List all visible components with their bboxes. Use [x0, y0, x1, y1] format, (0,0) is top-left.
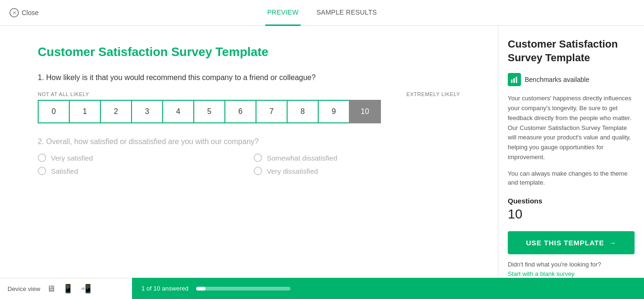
q1-label: How likely is it that you would recommen… [46, 73, 316, 81]
svg-rect-0 [511, 80, 512, 83]
close-button[interactable]: ✕ Close [9, 8, 39, 17]
not-found-text: Didn't find what you're looking for? [508, 261, 635, 268]
svg-rect-2 [516, 77, 517, 83]
use-template-label: USE THIS TEMPLATE [526, 239, 604, 247]
q2-number: 2. [38, 137, 46, 145]
preview-area: Customer Satisfaction Survey Template 1.… [0, 26, 498, 278]
radio-circle-1 [38, 154, 46, 162]
sidebar-description: Your customers' happiness directly influ… [508, 94, 635, 162]
radio-label-1: Very satisfied [51, 154, 93, 162]
scale-8[interactable]: 8 [287, 100, 319, 123]
radio-label-3: Satisfied [51, 167, 78, 175]
q2-label: Overall, how satisfied or dissatisfied a… [46, 137, 259, 145]
benchmark-badge: Benchmarks available [508, 73, 635, 86]
tablet-icon[interactable]: 📱 [62, 283, 74, 295]
tabs: PREVIEW SAMPLE RESULTS [265, 0, 379, 26]
use-template-button[interactable]: USE THIS TEMPLATE → [508, 231, 635, 254]
progress-panel: 1 of 10 answered [132, 278, 644, 299]
progress-track [196, 287, 290, 291]
scale-max-label: EXTREMELY LIKELY [406, 91, 460, 97]
sidebar: Customer Satisfaction Survey Template Be… [498, 26, 644, 278]
device-label: Device view [8, 285, 40, 292]
survey-title: Customer Satisfaction Survey Template [38, 45, 460, 59]
svg-rect-1 [513, 78, 515, 83]
scale-3[interactable]: 3 [131, 100, 163, 123]
radio-options: Very satisfied Somewhat dissatisfied Sat… [38, 154, 460, 175]
scale-labels: NOT AT ALL LIKELY EXTREMELY LIKELY [38, 91, 460, 97]
arrow-icon: → [609, 239, 617, 247]
tab-sample-results[interactable]: SAMPLE RESULTS [314, 0, 379, 26]
radio-somewhat-dissatisfied[interactable]: Somewhat dissatisfied [254, 154, 460, 162]
main-layout: Customer Satisfaction Survey Template 1.… [0, 26, 644, 278]
sidebar-title: Customer Satisfaction Survey Template [508, 38, 635, 65]
questions-count: 10 [508, 207, 635, 222]
radio-circle-4 [254, 167, 262, 175]
sidebar-note: You can always make changes to the theme… [508, 169, 635, 187]
bottom-section: Device view 🖥 📱 📲 1 of 10 answered [0, 278, 644, 299]
q1-number: 1. [38, 73, 46, 81]
scale-0[interactable]: 0 [38, 100, 70, 123]
scale-9[interactable]: 9 [318, 100, 350, 123]
answered-text: 1 of 10 answered [141, 285, 189, 292]
scale-2[interactable]: 2 [100, 100, 132, 123]
radio-label-4: Very dissatisfied [267, 167, 318, 175]
close-label: Close [22, 9, 39, 16]
mobile-icon[interactable]: 📲 [80, 283, 92, 295]
blank-survey-link[interactable]: Start with a blank survey [508, 270, 575, 277]
scale-7[interactable]: 7 [256, 100, 288, 123]
radio-very-satisfied[interactable]: Very satisfied [38, 154, 244, 162]
scale-min-label: NOT AT ALL LIKELY [38, 91, 89, 97]
questions-label: Questions [508, 197, 635, 205]
radio-circle-3 [38, 167, 46, 175]
benchmark-text: Benchmarks available [525, 76, 589, 83]
question-2-text: 2. Overall, how satisfied or dissatisfie… [38, 137, 460, 146]
radio-satisfied[interactable]: Satisfied [38, 167, 244, 175]
radio-label-2: Somewhat dissatisfied [267, 154, 337, 162]
scale-10[interactable]: 10 [349, 100, 381, 123]
top-bar: ✕ Close PREVIEW SAMPLE RESULTS [0, 0, 644, 26]
close-icon: ✕ [9, 8, 19, 17]
radio-circle-2 [254, 154, 262, 162]
radio-very-dissatisfied[interactable]: Very dissatisfied [254, 167, 460, 175]
benchmark-icon [508, 73, 521, 86]
desktop-icon[interactable]: 🖥 [46, 283, 56, 295]
progress-fill [196, 287, 206, 291]
scale-6[interactable]: 6 [224, 100, 256, 123]
device-panel: Device view 🖥 📱 📲 [0, 278, 132, 299]
question-1-text: 1. How likely is it that you would recom… [38, 73, 460, 82]
tab-preview[interactable]: PREVIEW [265, 0, 301, 26]
scale-1[interactable]: 1 [69, 100, 101, 123]
scale-row: 0 1 2 3 4 5 6 7 8 9 10 [38, 100, 460, 123]
scale-4[interactable]: 4 [162, 100, 194, 123]
scale-5[interactable]: 5 [193, 100, 225, 123]
